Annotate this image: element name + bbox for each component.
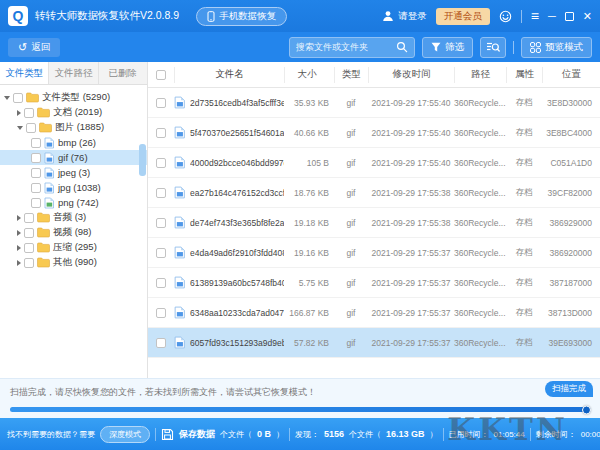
checkbox[interactable] [156,98,166,108]
tree-item-gif[interactable]: gif (76) [0,150,147,165]
checkbox[interactable] [31,183,41,193]
tree-item-file-types[interactable]: 文件类型 (5290) [0,90,147,105]
table-row-selected[interactable]: 6057fd93c151293a9d9eb32... 57.82 KB gif … [148,328,600,358]
header-attr[interactable]: 属性 [506,67,542,83]
tree-item-png[interactable]: png (742) [0,195,147,210]
checkbox[interactable] [31,138,41,148]
tree-item-video[interactable]: 视频 (98) [0,225,147,240]
checkbox[interactable] [156,308,166,318]
checkbox[interactable] [156,128,166,138]
checkbox[interactable] [31,198,41,208]
checkbox[interactable] [13,93,23,103]
checkbox[interactable] [24,243,34,253]
back-button[interactable]: ↺ 返回 [8,38,60,57]
header-filename[interactable]: 文件名 [174,67,284,83]
header-size[interactable]: 大小 [284,67,334,83]
scan-complete-badge: 扫描完成 [545,381,593,397]
tab-deleted[interactable]: 已删除 [99,62,147,84]
search-box[interactable] [289,37,415,58]
caret-down-icon[interactable] [17,126,23,130]
file-modified: 2021-09-29 17:55:40 [368,128,454,138]
back-arrow-icon: ↺ [18,42,27,53]
table-row[interactable]: 2d73516cedb4f3af5cfff3e5a... 35.93 KB gi… [148,88,600,118]
table-row[interactable]: ea27b164c476152cd3ccf20... 18.76 KB gif … [148,178,600,208]
sidebar-tabs: 文件类型 文件路径 已删除 [0,62,147,85]
close-icon[interactable]: ✕ [583,11,592,22]
menu-icon[interactable]: ≡ [531,9,539,23]
tree-item-archive[interactable]: 压缩 (295) [0,240,147,255]
content-search-button[interactable] [480,37,506,58]
caret-right-icon[interactable] [17,230,21,236]
phone-icon [207,11,215,22]
header-type[interactable]: 类型 [334,67,368,83]
file-path: 360Recycle... [454,278,506,288]
file-attr: 存档 [506,97,542,109]
search-icon[interactable] [396,41,408,53]
deep-mode-button[interactable]: 深度模式 [100,426,150,443]
checkbox[interactable] [156,158,166,168]
gif-file-icon [174,96,186,109]
checkbox[interactable] [156,188,166,198]
image-file-icon [44,137,55,149]
checkbox[interactable] [24,228,34,238]
tab-file-path[interactable]: 文件路径 [49,62,98,84]
scan-status-bar: 扫描完成，请尽快恢复您的文件，若未找到所需文件，请尝试其它恢复模式！ 扫描完成 [0,378,600,418]
checkbox[interactable] [24,108,34,118]
checkbox[interactable] [156,218,166,228]
checkbox[interactable] [31,153,41,163]
checkbox[interactable] [31,168,41,178]
tab-file-type[interactable]: 文件类型 [0,62,49,84]
caret-right-icon[interactable] [17,110,21,116]
file-type: gif [334,218,368,228]
select-all-checkbox[interactable] [156,70,166,80]
caret-right-icon[interactable] [17,260,21,266]
search-input[interactable] [296,42,396,52]
table-row[interactable]: 61389139a60bc5748fb40b8... 5.75 KB gif 2… [148,268,600,298]
save-data-label[interactable]: 保存数据 [179,428,215,441]
phone-recovery-button[interactable]: 手机数据恢复 [196,7,287,26]
sidebar-scrollbar[interactable] [139,144,146,176]
file-location: 39E693000 [542,338,600,348]
header-modified[interactable]: 修改时间 [368,67,454,83]
tree-item-jpg[interactable]: jpg (1038) [0,180,147,195]
file-modified: 2021-09-29 17:55:37 [368,308,454,318]
caret-down-icon[interactable] [4,96,10,100]
file-type: gif [334,98,368,108]
caret-right-icon[interactable] [17,245,21,251]
vip-button[interactable]: 开通会员 [436,8,490,25]
file-modified: 2021-09-29 17:55:38 [368,188,454,198]
caret-right-icon[interactable] [17,215,21,221]
image-file-icon [44,182,55,194]
customer-service-icon[interactable] [499,10,512,23]
table-header: 文件名 大小 类型 修改时间 路径 属性 位置 [148,62,600,88]
maximize-icon[interactable] [565,12,574,21]
checkbox[interactable] [26,123,36,133]
table-row[interactable]: e4da49ad6f2910f3fdd4083f... 19.16 KB gif… [148,238,600,268]
checkbox[interactable] [24,258,34,268]
checkbox[interactable] [156,278,166,288]
table-row[interactable]: 4000d92bcce046bdd997eb... 105 B gif 2021… [148,148,600,178]
found-count: 5156 [324,429,344,439]
preview-mode-button[interactable]: 预览模式 [521,37,592,58]
tree-item-images[interactable]: 图片 (1885) [0,120,147,135]
tree-item-documents[interactable]: 文档 (2019) [0,105,147,120]
file-type: gif [334,158,368,168]
table-row[interactable]: 5f470370e25651f54601a5a6... 40.66 KB gif… [148,118,600,148]
tree-item-audio[interactable]: 音频 (3) [0,210,147,225]
tree-item-bmp[interactable]: bmp (26) [0,135,147,150]
filter-button[interactable]: 筛选 [422,37,473,58]
table-row[interactable]: 6348aa10233cda7ad047146... 166.87 KB gif… [148,298,600,328]
tree-item-label: gif (76) [58,152,88,163]
tree-item-jpeg[interactable]: jpeg (3) [0,165,147,180]
table-row[interactable]: de74ef743f3e365bf8fe2ad8... 19.18 KB gif… [148,208,600,238]
header-path[interactable]: 路径 [454,67,506,83]
checkbox[interactable] [156,338,166,348]
header-location[interactable]: 位置 [542,67,600,83]
login-button[interactable]: 请登录 [382,10,427,23]
file-location: 39CF82000 [542,188,600,198]
tree-item-other[interactable]: 其他 (990) [0,255,147,270]
checkbox[interactable] [24,213,34,223]
file-type: gif [334,308,368,318]
checkbox[interactable] [156,248,166,258]
minimize-icon[interactable]: ─ [548,11,556,22]
